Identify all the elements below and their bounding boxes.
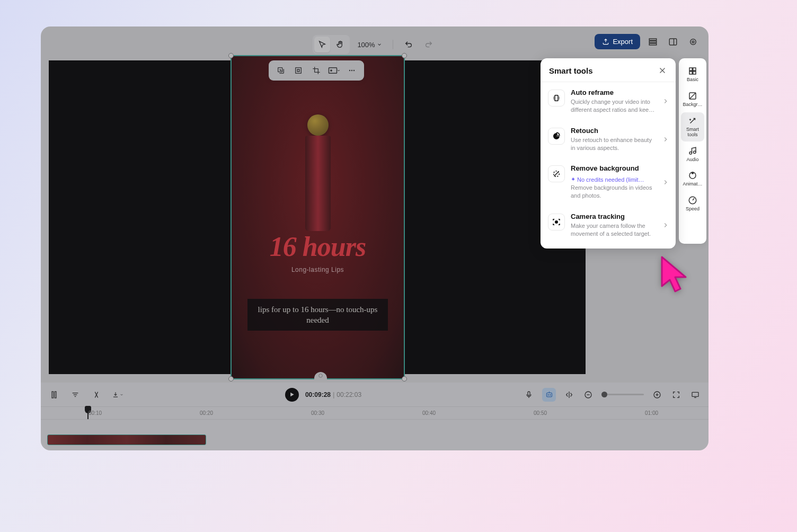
screen-button[interactable] [689, 389, 701, 401]
sidebar-item-background[interactable]: Backgr… [681, 87, 704, 111]
select-tool-button[interactable] [314, 37, 330, 52]
close-icon[interactable] [658, 66, 667, 75]
chevron-right-icon [662, 179, 669, 186]
sidebar-item-label: Smart tools [681, 127, 704, 138]
canvas[interactable]: 16 hours Long-lasting Lips lips for up t… [49, 60, 586, 374]
track-area[interactable] [41, 420, 709, 446]
resize-handle-br[interactable] [402, 376, 407, 382]
selection-toolbar [269, 60, 364, 81]
tool-camera-tracking[interactable]: Camera tracking Make your camera follow … [541, 206, 676, 244]
sidebar-item-basic[interactable]: Basic [681, 63, 704, 86]
video-caption: lips for up to 16 hours—no touch-ups nee… [247, 299, 388, 331]
tool-retouch[interactable]: Retouch Use retouch to enhance beauty in… [541, 120, 676, 158]
record-button[interactable] [523, 389, 535, 401]
aspect-button[interactable] [328, 64, 341, 77]
smart-tools-icon [688, 116, 697, 126]
sidebar-item-audio[interactable]: Audio [681, 143, 704, 166]
undo-button[interactable] [401, 37, 417, 52]
tool-title: Auto reframe [571, 88, 656, 96]
timecode-total: 00:22:03 [336, 391, 361, 398]
svg-point-5 [690, 39, 696, 45]
sidebar-item-label: Audio [686, 157, 698, 163]
chevron-down-icon [377, 42, 382, 47]
ruler-tick: 00:10 [88, 410, 102, 416]
zoom-out-button[interactable] [582, 389, 594, 401]
redo-button[interactable] [421, 37, 437, 52]
timecode: 00:09:28|00:22:03 [305, 391, 361, 398]
more-button[interactable] [346, 64, 358, 77]
svg-point-12 [351, 70, 352, 71]
video-clip[interactable] [47, 435, 206, 445]
tool-auto-reframe[interactable]: Auto reframe Quickly change your video i… [541, 82, 676, 120]
svg-rect-8 [296, 68, 302, 74]
svg-rect-16 [55, 392, 56, 398]
svg-rect-2 [649, 43, 657, 45]
ai-button[interactable] [542, 388, 556, 402]
hand-tool-button[interactable] [332, 37, 348, 52]
cursor-tool-group [313, 35, 350, 54]
track-toggle-button[interactable] [48, 389, 60, 401]
zoom-value: 100% [357, 41, 375, 49]
play-button[interactable] [285, 388, 299, 402]
svg-rect-33 [689, 68, 692, 70]
svg-point-23 [548, 395, 548, 395]
panel-header: Smart tools [541, 58, 676, 82]
svg-rect-36 [693, 72, 696, 74]
sidebar-item-animation[interactable]: Animat… [681, 167, 704, 191]
svg-rect-22 [546, 393, 552, 397]
sidebar-item-label: Backgr… [683, 102, 702, 108]
audio-icon [688, 146, 697, 156]
top-right-controls: Export [595, 34, 701, 49]
tool-desc: Use retouch to enhance beauty in various… [571, 136, 656, 152]
sidebar-item-label: Animat… [683, 182, 702, 187]
tool-title: Remove background [571, 164, 656, 172]
tool-desc: Remove backgrounds in videos and photos. [571, 184, 656, 200]
sidebar-item-smart-tools[interactable]: Smart tools [681, 112, 704, 141]
auto-reframe-icon [548, 90, 565, 107]
settings-button[interactable] [686, 34, 701, 49]
ruler-tick: 00:20 [200, 410, 213, 416]
timeline: 00:09:28|00:22:03 00:1000:2000:3000:4000… [41, 383, 709, 450]
export-icon [602, 38, 609, 46]
sidebar-item-label: Basic [687, 77, 698, 83]
sidebar-item-label: Speed [686, 207, 699, 212]
retouch-icon [548, 128, 565, 145]
fit-button[interactable] [292, 64, 305, 77]
replace-button[interactable] [274, 64, 287, 77]
svg-rect-0 [649, 39, 657, 40]
svg-point-13 [353, 70, 355, 71]
svg-marker-20 [291, 393, 294, 396]
app-window: 100% Export [41, 26, 709, 450]
svg-point-42 [692, 172, 694, 174]
layers-button[interactable] [645, 34, 660, 49]
tool-desc: Make your camera follow the movement of … [571, 222, 656, 238]
zoom-slider[interactable] [601, 394, 644, 395]
fullscreen-button[interactable] [670, 389, 682, 401]
tool-remove-background[interactable]: Remove background ✦ No credits needed (l… [541, 158, 676, 206]
svg-rect-35 [689, 72, 692, 74]
split-button[interactable] [91, 389, 102, 401]
cursor-annotation [657, 254, 694, 302]
mirror-button[interactable] [563, 389, 575, 401]
zoom-in-button[interactable] [651, 389, 663, 401]
ruler-tick: 00:30 [311, 410, 324, 416]
timeline-ruler[interactable]: 00:1000:2000:3000:4000:5001:00 [41, 407, 709, 420]
lipstick-graphic [304, 114, 332, 231]
tool-title: Camera tracking [571, 212, 656, 220]
svg-rect-46 [555, 95, 558, 101]
download-button[interactable] [112, 389, 123, 401]
credit-badge: ✦ No credits needed (limit… [571, 176, 644, 183]
svg-rect-21 [528, 392, 530, 395]
svg-point-6 [692, 41, 694, 43]
svg-point-11 [349, 70, 350, 71]
zoom-level[interactable]: 100% [357, 41, 382, 49]
svg-point-14 [319, 374, 323, 378]
chevron-right-icon [662, 136, 669, 143]
resize-handle-bl[interactable] [228, 376, 234, 382]
filter-button[interactable] [69, 389, 81, 401]
export-button[interactable]: Export [595, 34, 640, 49]
sidebar-item-speed[interactable]: Speed [681, 192, 704, 216]
video-selection-frame[interactable]: 16 hours Long-lasting Lips lips for up t… [231, 55, 405, 379]
panel-toggle-button[interactable] [666, 34, 680, 49]
crop-button[interactable] [310, 64, 323, 77]
